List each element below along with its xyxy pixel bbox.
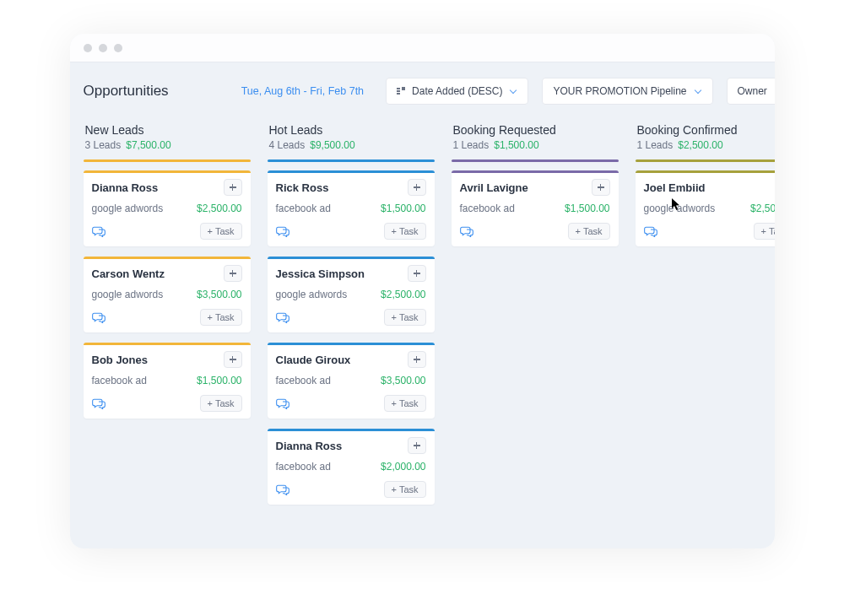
lead-amount: $1,500.00 <box>381 203 425 214</box>
owner-label: Owner <box>738 85 767 97</box>
lead-card[interactable]: Bob Jonesfacebook ad$1,500.00+ Task <box>84 343 251 419</box>
lead-card[interactable]: Joel Embiidgoogle adwords$2,500.00+ Task <box>636 170 775 246</box>
lead-name: Carson Wentz <box>92 267 165 280</box>
column-subtitle: 3 Leads$7,500.00 <box>85 139 249 151</box>
cards-list: Dianna Rossgoogle adwords$2,500.00+ Task… <box>84 170 251 419</box>
card-color-rule <box>636 170 775 173</box>
chat-icon[interactable] <box>276 484 289 495</box>
column-lead-count: 4 Leads <box>269 139 306 151</box>
lead-amount: $3,500.00 <box>197 289 241 300</box>
lead-source: google adwords <box>276 289 348 300</box>
add-task-button[interactable]: + Task <box>384 395 426 412</box>
lead-source: google adwords <box>92 203 164 214</box>
column-total: $1,500.00 <box>494 139 538 151</box>
column-lead-count: 3 Leads <box>85 139 122 151</box>
add-button[interactable] <box>408 437 426 454</box>
kanban-column: Booking Requested1 Leads$1,500.00Avril L… <box>452 123 619 246</box>
kanban-column: Booking Confirmed1 Leads$2,500.00Joel Em… <box>636 123 775 246</box>
column-title: Hot Leads <box>269 123 433 137</box>
add-button[interactable] <box>408 351 426 368</box>
add-button[interactable] <box>592 179 610 196</box>
kanban-board: New Leads3 Leads$7,500.00Dianna Rossgoog… <box>70 123 775 530</box>
lead-amount: $1,500.00 <box>197 375 241 386</box>
sort-icon <box>397 87 405 95</box>
column-color-rule <box>452 159 619 162</box>
lead-name: Jessica Simpson <box>276 267 365 280</box>
lead-amount: $2,500.00 <box>197 203 241 214</box>
column-header: Booking Confirmed1 Leads$2,500.00 <box>636 123 775 159</box>
column-subtitle: 4 Leads$9,500.00 <box>269 139 433 151</box>
chat-icon[interactable] <box>276 225 289 237</box>
add-button[interactable] <box>224 265 242 282</box>
column-color-rule <box>636 159 775 162</box>
lead-card[interactable]: Jessica Simpsongoogle adwords$2,500.00+ … <box>268 257 435 332</box>
lead-source: facebook ad <box>276 461 331 473</box>
card-color-rule <box>268 343 435 345</box>
chat-icon[interactable] <box>92 397 106 409</box>
add-task-button[interactable]: + Task <box>568 223 610 240</box>
pipeline-label: YOUR PROMOTION Pipeline <box>553 85 686 97</box>
pipeline-dropdown[interactable]: YOUR PROMOTION Pipeline <box>542 78 712 105</box>
add-task-button[interactable]: + Task <box>200 395 242 412</box>
column-header: Hot Leads4 Leads$9,500.00 <box>268 123 435 159</box>
lead-name: Rick Ross <box>276 181 329 194</box>
lead-amount: $3,500.00 <box>381 375 425 386</box>
window-dot-icon <box>84 44 92 52</box>
chat-icon[interactable] <box>276 311 289 323</box>
card-color-rule <box>84 170 251 173</box>
add-task-button[interactable]: + Task <box>384 223 426 240</box>
card-color-rule <box>84 343 251 345</box>
chat-icon[interactable] <box>460 225 473 237</box>
card-color-rule <box>452 170 619 173</box>
chat-icon[interactable] <box>644 225 657 237</box>
plus-icon <box>230 184 236 191</box>
column-title: Booking Confirmed <box>637 123 775 137</box>
lead-card[interactable]: Claude Girouxfacebook ad$3,500.00+ Task <box>268 343 435 419</box>
add-button[interactable] <box>408 179 426 196</box>
window-dot-icon <box>114 44 122 52</box>
lead-amount: $2,500.00 <box>750 203 774 214</box>
lead-source: facebook ad <box>460 203 515 214</box>
owner-dropdown[interactable]: Owner <box>727 78 775 105</box>
column-title: New Leads <box>85 123 249 137</box>
cards-list: Avril Lavignefacebook ad$1,500.00+ Task <box>452 170 619 246</box>
plus-icon <box>230 270 236 277</box>
add-button[interactable] <box>224 179 242 196</box>
lead-card[interactable]: Avril Lavignefacebook ad$1,500.00+ Task <box>452 170 619 246</box>
plus-icon <box>414 184 420 191</box>
add-task-button[interactable]: + Task <box>200 223 242 240</box>
chat-icon[interactable] <box>276 397 289 409</box>
column-subtitle: 1 Leads$2,500.00 <box>637 139 775 151</box>
chat-icon[interactable] <box>92 311 106 323</box>
sort-dropdown[interactable]: Date Added (DESC) <box>386 78 528 105</box>
toolbar: Opportunities Tue, Aug 6th - Fri, Feb 7t… <box>70 62 775 123</box>
add-button[interactable] <box>408 265 426 282</box>
lead-card[interactable]: Dianna Rossgoogle adwords$2,500.00+ Task <box>84 170 251 246</box>
window-chrome <box>70 34 775 62</box>
lead-name: Joel Embiid <box>644 181 706 194</box>
lead-name: Avril Lavigne <box>460 181 528 194</box>
column-title: Booking Requested <box>453 123 617 137</box>
column-color-rule <box>84 159 251 162</box>
plus-icon <box>414 270 420 277</box>
add-task-button[interactable]: + Task <box>384 481 426 498</box>
lead-card[interactable]: Carson Wentzgoogle adwords$3,500.00+ Tas… <box>84 257 251 332</box>
lead-name: Bob Jones <box>92 354 148 366</box>
kanban-column: New Leads3 Leads$7,500.00Dianna Rossgoog… <box>84 123 251 419</box>
date-range[interactable]: Tue, Aug 6th - Fri, Feb 7th <box>241 85 364 97</box>
column-header: New Leads3 Leads$7,500.00 <box>84 123 251 159</box>
cards-list: Rick Rossfacebook ad$1,500.00+ TaskJessi… <box>268 170 435 505</box>
chat-icon[interactable] <box>92 225 106 237</box>
card-color-rule <box>268 429 435 431</box>
add-task-button[interactable]: + Task <box>384 309 426 326</box>
card-color-rule <box>268 257 435 259</box>
plus-icon <box>598 184 604 191</box>
lead-card[interactable]: Rick Rossfacebook ad$1,500.00+ Task <box>268 170 435 246</box>
app-window: Opportunities Tue, Aug 6th - Fri, Feb 7t… <box>70 34 775 548</box>
add-button[interactable] <box>224 351 242 368</box>
add-task-button[interactable]: + Task <box>754 223 775 240</box>
lead-amount: $2,000.00 <box>381 461 425 473</box>
lead-card[interactable]: Dianna Rossfacebook ad$2,000.00+ Task <box>268 429 435 505</box>
add-task-button[interactable]: + Task <box>200 309 242 326</box>
plus-icon <box>230 356 236 363</box>
